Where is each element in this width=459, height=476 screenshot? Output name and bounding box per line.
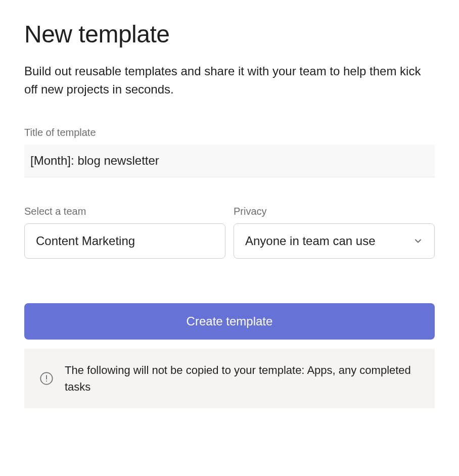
svg-point-2 [46,380,47,382]
info-banner: The following will not be copied to your… [24,349,435,408]
team-select-value: Content Marketing [36,234,135,248]
template-title-input[interactable] [24,145,435,177]
info-icon [39,371,54,386]
team-select[interactable]: Content Marketing [24,223,225,259]
title-field-group: Title of template [24,127,435,177]
info-banner-text: The following will not be copied to your… [65,362,420,395]
page-title: New template [24,20,435,48]
privacy-select[interactable]: Anyone in team can use [234,223,435,259]
select-row: Select a team Content Marketing Privacy … [24,206,435,259]
privacy-label: Privacy [234,206,435,217]
page-description: Build out reusable templates and share i… [24,62,435,99]
create-template-button[interactable]: Create template [24,303,435,340]
team-field-group: Select a team Content Marketing [24,206,225,259]
team-label: Select a team [24,206,225,217]
chevron-down-icon [413,236,423,246]
privacy-field-group: Privacy Anyone in team can use [234,206,435,259]
privacy-select-value: Anyone in team can use [245,234,376,248]
title-label: Title of template [24,127,435,138]
